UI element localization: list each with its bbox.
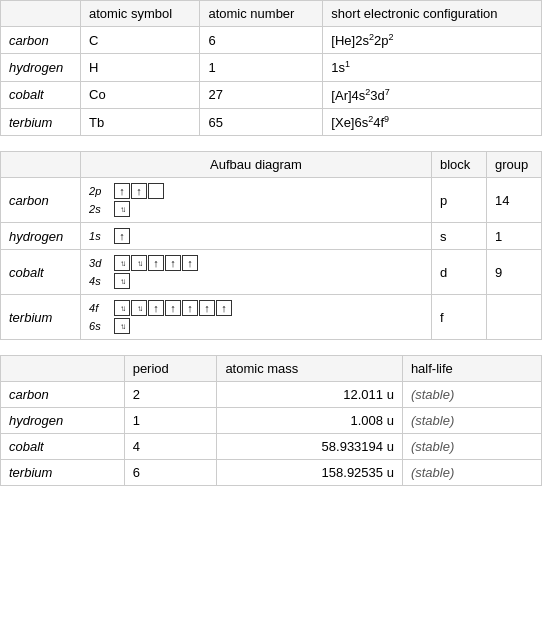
mass-value: 58.933194 u: [217, 434, 402, 460]
element-name: hydrogen: [1, 408, 125, 434]
number-value: 6: [200, 27, 323, 54]
element-name: terbium: [1, 108, 81, 135]
mass-value: 1.008 u: [217, 408, 402, 434]
element-name: hydrogen: [1, 54, 81, 81]
group-value: 14: [487, 178, 542, 223]
number-value: 65: [200, 108, 323, 135]
col-header-block: block: [432, 152, 487, 178]
col-header-empty3: [1, 356, 125, 382]
halflife-value: (stable): [402, 382, 541, 408]
table-row: hydrogen H 1 1s1: [1, 54, 542, 81]
mass-value: 12.011 u: [217, 382, 402, 408]
period-value: 1: [124, 408, 217, 434]
element-name: terbium: [1, 295, 81, 340]
element-name: cobalt: [1, 250, 81, 295]
table-row: carbon 2 12.011 u (stable): [1, 382, 542, 408]
group-value: 1: [487, 223, 542, 250]
element-name: cobalt: [1, 434, 125, 460]
table-mass: period atomic mass half-life carbon 2 12…: [0, 355, 542, 486]
element-name: carbon: [1, 27, 81, 54]
col-header-number: atomic number: [200, 1, 323, 27]
col-header-aufbau: Aufbau diagram: [81, 152, 432, 178]
config-value: [Xe]6s24f9: [323, 108, 542, 135]
table-row: cobalt 3d ↑↓ ↑↓ 4s: [1, 250, 542, 295]
config-value: [Ar]4s23d7: [323, 81, 542, 108]
col-header-mass: atomic mass: [217, 356, 402, 382]
symbol-value: Tb: [81, 108, 200, 135]
symbol-value: C: [81, 27, 200, 54]
table-aufbau: Aufbau diagram block group carbon 2p: [0, 151, 542, 340]
mass-value: 158.92535 u: [217, 460, 402, 486]
table-row: terbium Tb 65 [Xe]6s24f9: [1, 108, 542, 135]
element-name: carbon: [1, 382, 125, 408]
table-row: cobalt 4 58.933194 u (stable): [1, 434, 542, 460]
element-name: cobalt: [1, 81, 81, 108]
col-header-config: short electronic configuration: [323, 1, 542, 27]
table-row: carbon C 6 [He]2s22p2: [1, 27, 542, 54]
col-header-empty2: [1, 152, 81, 178]
halflife-value: (stable): [402, 408, 541, 434]
group-value: 9: [487, 250, 542, 295]
col-header-period: period: [124, 356, 217, 382]
symbol-value: Co: [81, 81, 200, 108]
block-value: s: [432, 223, 487, 250]
table-row: terbium 6 158.92535 u (stable): [1, 460, 542, 486]
config-value: 1s1: [323, 54, 542, 81]
col-header-symbol: atomic symbol: [81, 1, 200, 27]
table-row: hydrogen 1s s 1: [1, 223, 542, 250]
aufbau-diagram-cobalt: 3d ↑↓ ↑↓ 4s ↑↓: [81, 250, 432, 295]
period-value: 4: [124, 434, 217, 460]
period-value: 6: [124, 460, 217, 486]
aufbau-diagram-terbium: 4f ↑↓ ↑↓ 6s: [81, 295, 432, 340]
table-row: carbon 2p 2s ↑↓: [1, 178, 542, 223]
aufbau-diagram-hydrogen: 1s: [81, 223, 432, 250]
table-properties: atomic symbol atomic number short electr…: [0, 0, 542, 136]
period-value: 2: [124, 382, 217, 408]
block-value: f: [432, 295, 487, 340]
col-header-empty1: [1, 1, 81, 27]
element-name: hydrogen: [1, 223, 81, 250]
halflife-value: (stable): [402, 460, 541, 486]
table-row: cobalt Co 27 [Ar]4s23d7: [1, 81, 542, 108]
table-row: hydrogen 1 1.008 u (stable): [1, 408, 542, 434]
number-value: 27: [200, 81, 323, 108]
block-value: p: [432, 178, 487, 223]
table-row: terbium 4f ↑↓ ↑↓: [1, 295, 542, 340]
aufbau-diagram-carbon: 2p 2s ↑↓: [81, 178, 432, 223]
block-value: d: [432, 250, 487, 295]
element-name: carbon: [1, 178, 81, 223]
col-header-group: group: [487, 152, 542, 178]
group-value: [487, 295, 542, 340]
number-value: 1: [200, 54, 323, 81]
symbol-value: H: [81, 54, 200, 81]
element-name: terbium: [1, 460, 125, 486]
col-header-halflife: half-life: [402, 356, 541, 382]
config-value: [He]2s22p2: [323, 27, 542, 54]
halflife-value: (stable): [402, 434, 541, 460]
